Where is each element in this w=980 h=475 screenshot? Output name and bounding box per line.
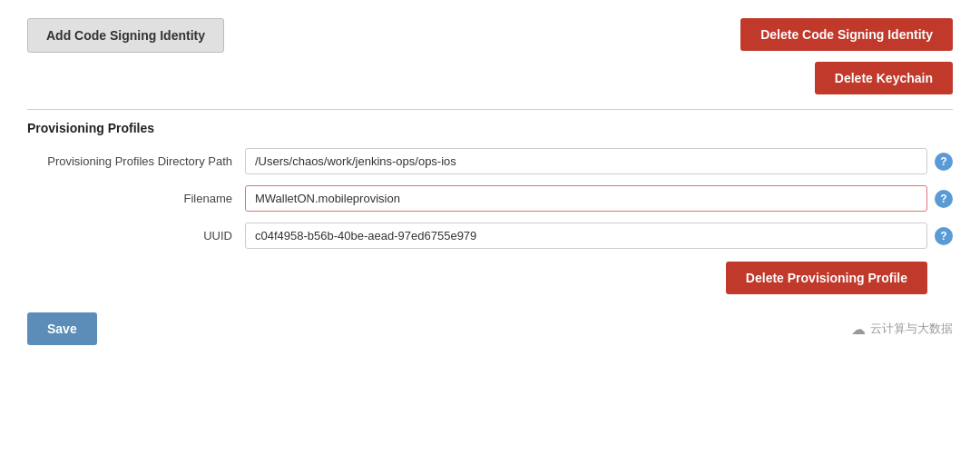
uuid-input-wrapper: ? <box>245 223 953 249</box>
directory-path-input-wrapper: ? <box>245 148 953 174</box>
filename-input-wrapper: ? <box>245 185 953 212</box>
cloud-icon: ☁ <box>851 321 866 338</box>
delete-identity-button[interactable]: Delete Code Signing Identity <box>740 18 953 51</box>
filename-label: Filename <box>27 192 245 205</box>
left-actions: Add Code Signing Identity <box>27 18 224 53</box>
top-section: Add Code Signing Identity Delete Code Si… <box>27 18 953 94</box>
filename-input[interactable] <box>245 185 927 212</box>
page-container: Add Code Signing Identity Delete Code Si… <box>0 0 980 475</box>
watermark: ☁ 云计算与大数据 <box>851 321 953 338</box>
uuid-label: UUID <box>27 229 245 242</box>
directory-path-row: Provisioning Profiles Directory Path ? <box>27 148 953 174</box>
filename-help-icon[interactable]: ? <box>935 190 953 208</box>
section-title: Provisioning Profiles <box>27 121 953 135</box>
uuid-input[interactable] <box>245 223 927 249</box>
delete-keychain-button[interactable]: Delete Keychain <box>815 62 953 94</box>
delete-profile-button[interactable]: Delete Provisioning Profile <box>726 262 927 294</box>
add-identity-button[interactable]: Add Code Signing Identity <box>27 18 224 53</box>
uuid-help-icon[interactable]: ? <box>935 227 953 245</box>
save-button[interactable]: Save <box>27 312 97 345</box>
bottom-actions: Save ☁ 云计算与大数据 <box>27 312 953 345</box>
right-actions: Delete Code Signing Identity Delete Keyc… <box>740 18 953 94</box>
filename-row: Filename ? <box>27 185 953 212</box>
provisioning-form: Provisioning Profiles Directory Path ? F… <box>27 148 953 249</box>
section-divider <box>27 109 953 110</box>
directory-path-label: Provisioning Profiles Directory Path <box>27 154 245 168</box>
directory-path-help-icon[interactable]: ? <box>935 153 953 171</box>
directory-path-input[interactable] <box>245 148 927 174</box>
uuid-row: UUID ? <box>27 223 953 249</box>
watermark-text: 云计算与大数据 <box>870 321 953 337</box>
